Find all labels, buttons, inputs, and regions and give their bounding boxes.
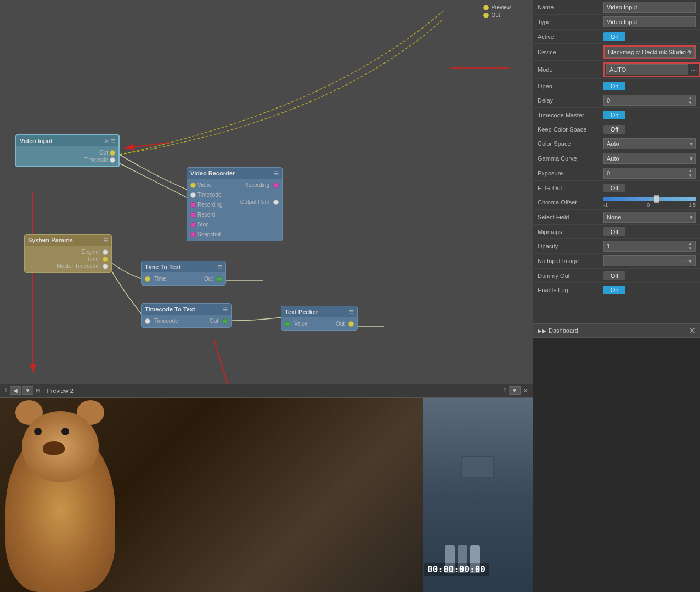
active-row: Active On	[533, 30, 700, 44]
close-icon[interactable]: ✕	[104, 138, 109, 144]
no-input-image-value-wrapper: ··· ▼	[603, 255, 696, 266]
menu-icon[interactable]: ☰	[110, 138, 115, 144]
video-input-header: Video Input ✕ ☰	[16, 135, 118, 146]
chroma-offset-label: Chroma Offset	[538, 199, 603, 206]
exposure-spinner[interactable]: ▲▼	[688, 168, 692, 178]
mipmaps-row: Mipmaps Off	[533, 225, 700, 239]
node-canvas[interactable]: Preview Out Video Input ✕ ☰	[0, 0, 533, 384]
time-to-text-node[interactable]: Time To Text ☰ Time Out	[141, 261, 226, 286]
type-row: Type	[533, 15, 700, 30]
text-peeker-body: Value Out	[281, 317, 357, 330]
text-peeker-header: Text Peeker ☰	[281, 306, 357, 317]
timecode-master-row: Timecode Master On	[533, 108, 700, 122]
system-params-body: Engine Time Master Timecode	[25, 246, 111, 272]
vr-outputs: Recording Output Path	[240, 181, 279, 238]
video-recorder-node[interactable]: Video Recorder ☰ Video T	[187, 167, 283, 241]
hdr-out-value-wrapper: Off	[603, 184, 696, 192]
chroma-track[interactable]	[603, 197, 696, 201]
time-to-text-title: Time To Text	[145, 264, 181, 270]
dashboard-header: ▶▶ Dashboard ✕	[533, 324, 700, 338]
out-port-label: Out	[99, 150, 108, 156]
text-peeker-menu[interactable]: ☰	[349, 309, 354, 315]
nav-right2-button[interactable]: ▼	[509, 386, 521, 395]
dummy-out-row: Dummy Out Off	[533, 269, 700, 283]
active-toggle[interactable]: On	[603, 32, 625, 41]
timecode-master-toggle[interactable]: On	[603, 111, 625, 119]
video-input-title: Video Input	[20, 138, 53, 144]
preview-close-button[interactable]: ✕	[523, 387, 528, 395]
preview-out-item: Preview	[483, 4, 511, 10]
type-value-wrapper	[603, 16, 696, 27]
timecode-port-row: Timecode	[20, 157, 115, 163]
preview2-tab[interactable]: Preview 2	[42, 386, 77, 395]
device-select[interactable]: Blackmagic: DeckLink Studio 4	[605, 47, 695, 58]
exposure-value-wrapper: 0 ▲▼	[603, 168, 696, 179]
color-space-select[interactable]: Auto	[603, 138, 696, 149]
tct-in-row: Timecode	[145, 318, 178, 324]
right-bottom-filler	[533, 384, 700, 592]
device-row: Device Blackmagic: DeckLink Studio 4 ▼	[533, 44, 700, 61]
nav-left-button[interactable]: ◀	[10, 386, 21, 395]
keep-color-space-toggle[interactable]: Off	[603, 125, 625, 134]
master-timecode-row: Master Timecode	[28, 263, 108, 269]
preview-bar: 1 ◀ ▼ ⊞ Preview 2 2 ▼ ✕	[0, 384, 533, 398]
vr-recording-out-port	[273, 183, 279, 188]
enable-log-row: Enable Log On	[533, 283, 700, 297]
delay-spinner[interactable]: ▲▼	[688, 95, 692, 105]
mode-dots[interactable]: ···	[691, 65, 697, 74]
enable-log-label: Enable Log	[538, 287, 603, 293]
name-input[interactable]	[603, 2, 696, 13]
enable-log-value-wrapper: On	[603, 286, 696, 294]
timecode-to-text-node[interactable]: Timecode To Text ☰ Timecode Out	[141, 303, 232, 328]
video-input-node[interactable]: Video Input ✕ ☰ Out Timecode	[15, 134, 120, 167]
mipmaps-toggle[interactable]: Off	[603, 227, 625, 236]
video-recorder-title: Video Recorder	[190, 170, 235, 177]
chroma-labels: -1 0 1.5	[603, 202, 696, 208]
out-label: Out	[491, 12, 500, 18]
chroma-min: -1	[603, 202, 608, 208]
dummy-out-value-wrapper: Off	[603, 271, 696, 280]
time-to-text-menu[interactable]: ☰	[217, 264, 222, 270]
out-port	[483, 13, 489, 18]
no-input-image-dots[interactable]: ···	[681, 257, 686, 265]
tab2-number: 2	[504, 388, 507, 394]
timecode-to-text-menu[interactable]: ☰	[223, 306, 228, 312]
opacity-spinner[interactable]: ▲▼	[688, 241, 692, 251]
system-params-title: System Params	[28, 237, 73, 243]
hdr-out-toggle[interactable]: Off	[603, 184, 625, 192]
dashboard-close-button[interactable]: ✕	[689, 326, 696, 335]
time-to-text-body: Time Out	[142, 272, 225, 285]
select-field-select[interactable]: None	[603, 212, 696, 223]
nav-right-button[interactable]: ▼	[22, 386, 34, 395]
fridge-shelf	[461, 456, 494, 478]
vr-recording-port	[190, 202, 196, 208]
keep-color-space-label: Keep Color Space	[538, 126, 603, 133]
engine-row: Engine	[28, 249, 108, 255]
timecode-to-text-header: Timecode To Text ☰	[142, 304, 231, 315]
dummy-out-toggle[interactable]: Off	[603, 271, 625, 280]
teddy-head	[22, 411, 99, 482]
opacity-number: 1 ▲▼	[603, 241, 696, 252]
teddy-eye-right	[61, 428, 69, 435]
tct-out-port	[222, 318, 228, 324]
preview-out-panel: Preview Out	[483, 4, 511, 18]
master-timecode-port	[103, 264, 108, 269]
gamma-curve-select[interactable]: Auto	[603, 153, 696, 164]
no-input-image-arrow[interactable]: ▼	[687, 258, 693, 264]
tct-in-port	[145, 318, 150, 324]
mode-input[interactable]	[606, 64, 688, 75]
vr-recording-out-row: Recording	[244, 182, 279, 188]
system-params-menu[interactable]: ☰	[103, 237, 108, 243]
chroma-thumb[interactable]	[654, 195, 659, 203]
system-params-node[interactable]: System Params ☰ Engine Time Master Timec…	[24, 234, 112, 273]
no-input-image-label: No Input Image	[538, 258, 603, 264]
text-peeker-node[interactable]: Text Peeker ☰ Value Out	[281, 306, 358, 331]
timecode-to-text-title: Timecode To Text	[145, 306, 195, 312]
open-toggle[interactable]: On	[603, 82, 625, 90]
svg-line-5	[214, 340, 258, 384]
video-recorder-menu[interactable]: ☰	[274, 170, 279, 177]
timecode-port-dot	[110, 157, 115, 163]
video-input-body: Out Timecode	[16, 146, 118, 166]
type-input[interactable]	[603, 16, 696, 27]
enable-log-toggle[interactable]: On	[603, 286, 625, 294]
